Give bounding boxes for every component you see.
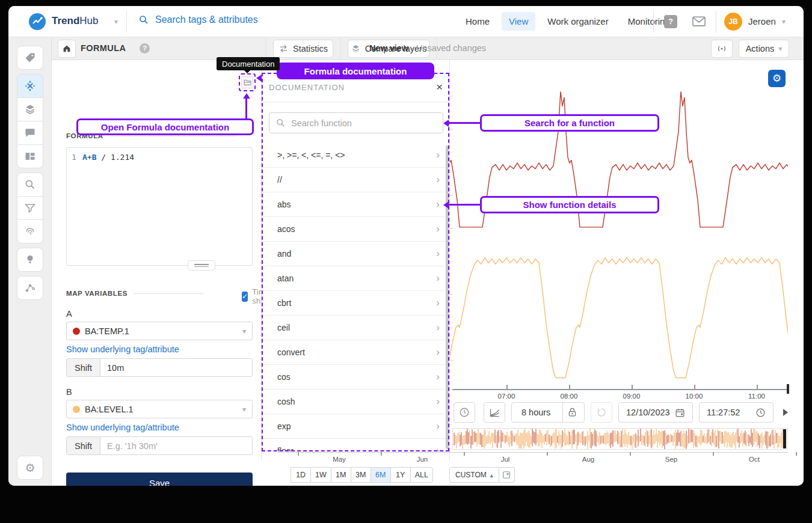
shift-input[interactable] bbox=[100, 437, 252, 454]
save-button[interactable]: Save bbox=[66, 473, 253, 486]
user-name[interactable]: Jeroen bbox=[748, 16, 776, 26]
help-icon[interactable]: ? bbox=[664, 15, 677, 28]
overview-strip[interactable] bbox=[452, 428, 788, 450]
close-icon[interactable]: × bbox=[436, 81, 443, 94]
view-name: New view - Unsaved changes bbox=[52, 43, 804, 53]
sidebar-item-dashboard[interactable] bbox=[17, 144, 43, 168]
function-list-item[interactable]: atan › bbox=[262, 266, 451, 291]
function-list-item[interactable]: cosh › bbox=[262, 390, 451, 414]
divider bbox=[562, 403, 563, 422]
trend-chart[interactable] bbox=[450, 60, 788, 390]
tag-select[interactable]: BA:TEMP.1 ▾ bbox=[66, 322, 253, 340]
function-list-item[interactable]: >, >=, <, <=, =, <> › bbox=[262, 143, 451, 168]
function-list-item[interactable]: // › bbox=[262, 168, 451, 192]
nav-item[interactable]: Work organizer bbox=[540, 12, 615, 31]
function-list-item[interactable]: cos › bbox=[262, 365, 451, 390]
sidebar-item-formula[interactable] bbox=[17, 74, 43, 98]
function-list-item[interactable]: floor › bbox=[262, 439, 451, 451]
annotation-arrowhead bbox=[243, 93, 250, 99]
shift-input[interactable] bbox=[100, 359, 252, 376]
chevron-right-icon: › bbox=[436, 420, 440, 432]
divider bbox=[262, 102, 451, 102]
app-window: TrendHub ▾ HomeViewWork organizerMonitor… bbox=[8, 6, 804, 486]
trendhub-logo-icon[interactable] bbox=[29, 13, 46, 30]
formula-editor[interactable]: 1 A+B / 1.214 bbox=[66, 147, 253, 266]
documentation-header: DOCUMENTATION bbox=[269, 83, 345, 92]
sidebar-item-settings[interactable]: ⚙ bbox=[17, 456, 43, 480]
month-tick bbox=[381, 452, 382, 456]
gear-icon: ⚙ bbox=[25, 461, 35, 475]
annotation-connector bbox=[448, 122, 480, 124]
x-axis-tick bbox=[757, 385, 758, 389]
function-list-item[interactable]: exp › bbox=[262, 414, 451, 439]
mail-icon[interactable] bbox=[692, 16, 706, 27]
range-button[interactable]: ALL bbox=[410, 467, 433, 483]
function-name: and bbox=[277, 249, 291, 258]
range-button[interactable]: 1M bbox=[331, 467, 351, 483]
show-underlying-link[interactable]: Show underlying tag/attribute bbox=[66, 423, 253, 432]
layers-icon bbox=[24, 103, 36, 115]
function-list-item[interactable]: cbrt › bbox=[262, 291, 451, 316]
function-search[interactable] bbox=[269, 112, 443, 133]
tag-select[interactable]: BA:LEVEL.1 ▾ bbox=[66, 400, 253, 418]
left-icon-rail: ⚙ bbox=[8, 37, 52, 486]
function-list-item[interactable]: convert › bbox=[262, 340, 451, 365]
chevron-right-icon: › bbox=[436, 174, 440, 186]
custom-range-button[interactable]: CUSTOM ▴ bbox=[449, 467, 499, 483]
editor-resize-handle[interactable] bbox=[188, 260, 215, 271]
tag-icon bbox=[24, 52, 36, 64]
lock-icon bbox=[568, 408, 577, 417]
trend-compare-button[interactable] bbox=[484, 402, 505, 423]
duration-button[interactable]: 8 hours bbox=[511, 402, 585, 423]
range-button[interactable]: 1Y bbox=[390, 467, 411, 483]
function-list-item[interactable]: and › bbox=[262, 242, 451, 266]
global-search-input[interactable] bbox=[155, 14, 312, 25]
range-button[interactable]: 1W bbox=[310, 467, 331, 483]
history-reset-button[interactable] bbox=[591, 402, 612, 423]
time-picker[interactable]: 11:27:52 bbox=[699, 402, 774, 423]
function-name: >, >=, <, <=, =, <> bbox=[277, 150, 345, 160]
sidebar-item-connections[interactable] bbox=[17, 276, 43, 300]
sidebar-item-tag[interactable] bbox=[17, 46, 43, 70]
sidebar-item-fingerprint[interactable] bbox=[17, 219, 43, 243]
user-menu-caret-icon[interactable]: ▾ bbox=[782, 17, 786, 26]
range-button[interactable]: 1D bbox=[291, 467, 311, 483]
avatar[interactable]: JB bbox=[724, 13, 742, 31]
date-picker[interactable]: 12/10/2023 bbox=[618, 402, 693, 423]
annotation-connector bbox=[448, 204, 480, 206]
custom-range-picker-button[interactable] bbox=[499, 467, 515, 483]
show-underlying-link[interactable]: Show underlying tag/attribute bbox=[66, 344, 253, 354]
time-mode-button[interactable] bbox=[454, 402, 475, 423]
logo-caret-icon[interactable]: ▾ bbox=[114, 17, 118, 26]
overview-drag-handle[interactable] bbox=[783, 429, 786, 448]
checkbox-checked-icon[interactable]: ✓ bbox=[242, 292, 248, 302]
actions-button[interactable]: Actions ▾ bbox=[739, 40, 789, 58]
range-button[interactable]: 3M bbox=[351, 467, 371, 483]
chevron-right-icon: › bbox=[436, 346, 440, 358]
global-search[interactable] bbox=[138, 14, 312, 25]
chart-settings-button[interactable]: ⚙ bbox=[768, 70, 786, 87]
search-icon bbox=[24, 179, 36, 191]
nav-item[interactable]: Home bbox=[458, 12, 497, 31]
shift-input-group: Shift bbox=[66, 358, 253, 377]
function-list-item[interactable]: abs › bbox=[262, 192, 451, 217]
function-search-input[interactable] bbox=[291, 118, 437, 128]
nav-item[interactable]: View bbox=[502, 12, 535, 31]
step-forward-button[interactable] bbox=[780, 406, 792, 418]
shift-input-group: Shift bbox=[66, 436, 253, 455]
live-broadcast-button[interactable] bbox=[711, 40, 733, 58]
open-documentation-button[interactable] bbox=[241, 76, 253, 88]
function-list-item[interactable]: ceil › bbox=[262, 316, 451, 340]
variable-name: B bbox=[66, 387, 253, 397]
sidebar-item-filter[interactable] bbox=[17, 196, 43, 220]
scrollbar-thumb[interactable] bbox=[446, 145, 449, 449]
range-button[interactable]: 6M bbox=[371, 467, 391, 483]
sidebar-item-ideas[interactable] bbox=[17, 248, 43, 272]
axis-drag-handle[interactable] bbox=[787, 384, 789, 394]
sidebar-item-layers[interactable] bbox=[17, 97, 43, 121]
variable-mappings: A BA:TEMP.1 ▾ Show underlying tag/attrib… bbox=[66, 309, 253, 455]
custom-range-group: CUSTOM ▴ bbox=[449, 467, 515, 483]
sidebar-item-comments[interactable] bbox=[17, 121, 43, 145]
function-list-item[interactable]: acos › bbox=[262, 217, 451, 242]
sidebar-item-search[interactable] bbox=[17, 173, 43, 197]
